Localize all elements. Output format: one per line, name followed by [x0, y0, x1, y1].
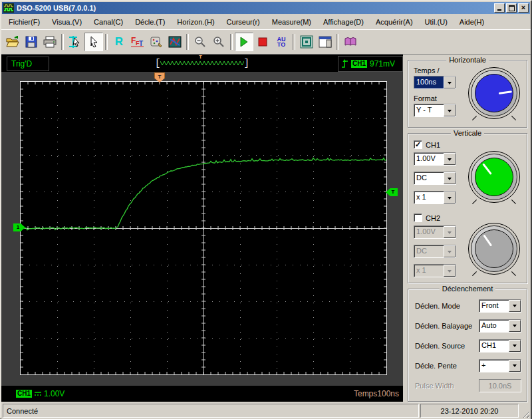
resize-grip-icon: [521, 410, 529, 418]
run-button[interactable]: [235, 33, 253, 51]
open-folder-icon: [6, 36, 19, 48]
ch1-probe-select[interactable]: x 1: [414, 191, 456, 204]
trigger-group: Déclenchement Déclen. Mode Front Déclen.…: [408, 289, 527, 402]
ch2-checkbox[interactable]: [414, 213, 422, 222]
trigger-slope-value: +: [479, 360, 509, 372]
pulse-width-label: Pulse Width: [415, 382, 454, 390]
ch2-position-knob[interactable]: [468, 223, 520, 275]
arrow-tool-button[interactable]: [84, 33, 103, 51]
trigger-source-select[interactable]: CH1: [479, 339, 521, 352]
fullscreen-button[interactable]: [297, 33, 316, 51]
app-logo-icon: [3, 3, 14, 13]
ch1-checkbox[interactable]: ✓: [414, 140, 422, 149]
knob-face: [475, 158, 513, 196]
menu-item-aide[interactable]: Aide(H): [454, 16, 490, 28]
trigger-slope-select[interactable]: +: [479, 359, 521, 372]
ch1-volts-dropdown-button[interactable]: [444, 153, 456, 165]
menu-item-canal[interactable]: Canal(C): [88, 16, 129, 28]
ch1-volts-select[interactable]: 1.00V: [414, 152, 456, 166]
chevron-down-icon: [513, 305, 517, 309]
cursor-measure-button[interactable]: [66, 33, 84, 51]
title-bar: DSO-5200 USB(7.0.0.1) ×: [2, 2, 530, 14]
trigger-source-dropdown-button[interactable]: [509, 340, 521, 352]
knob-pointer: [499, 90, 512, 94]
menu-item-fichier[interactable]: Fichier(F): [3, 16, 46, 28]
resize-grip[interactable]: [520, 404, 529, 418]
maximize-button[interactable]: [506, 3, 517, 13]
format-value: Y - T: [414, 104, 444, 116]
ch2-checkbox-row: CH2: [414, 213, 527, 222]
ch2-volts-value: 1.00V: [414, 226, 444, 238]
pulse-width-field: 10.0nS: [479, 379, 521, 392]
waveform-icon: [168, 35, 182, 49]
format-dropdown-button[interactable]: [444, 104, 456, 116]
stop-button[interactable]: [253, 33, 272, 51]
menu-item-curseur[interactable]: Curseur(r): [221, 16, 266, 28]
open-file-button[interactable]: [3, 33, 22, 51]
menu-item-measure[interactable]: Measure(M): [266, 16, 317, 28]
trigger-sweep-dropdown-button[interactable]: [509, 320, 521, 332]
trigger-slope-dropdown-button[interactable]: [509, 360, 521, 372]
help-book-icon: [344, 36, 357, 48]
print-button[interactable]: [41, 33, 59, 51]
save-button[interactable]: [22, 33, 41, 51]
trigger-level-marker[interactable]: T: [386, 188, 398, 196]
horizontal-position-knob[interactable]: [468, 67, 520, 119]
zoom-out-button[interactable]: [191, 33, 209, 51]
waveform-display-button[interactable]: [166, 33, 184, 51]
help-button[interactable]: [341, 33, 360, 51]
chevron-down-icon: [448, 231, 452, 236]
chevron-down-icon: [448, 82, 452, 86]
ch2-volts-select: 1.00V: [414, 225, 456, 239]
channel1-volts-div: 1.00V: [44, 389, 65, 398]
horizontal-group-title: Horizontale: [446, 56, 489, 64]
ch1-coupling-select[interactable]: DC: [414, 172, 456, 185]
auto-set-button[interactable]: AUTO: [272, 33, 291, 51]
fft-button[interactable]: FFT: [128, 33, 147, 51]
ch1-probe-dropdown-button[interactable]: [444, 192, 456, 204]
trigger-channel-badge: CH1: [351, 60, 367, 68]
close-icon: ×: [521, 5, 525, 11]
time-div-select[interactable]: 100ns: [414, 76, 456, 89]
trigger-sweep-select[interactable]: Auto: [479, 319, 521, 333]
menu-item-dcle[interactable]: Décle.(T): [129, 16, 171, 28]
maximize-icon: [509, 5, 515, 11]
trigger-mode-select[interactable]: Front: [479, 299, 521, 313]
ch1-position-knob[interactable]: [468, 151, 520, 203]
dc-coupling-icon: [34, 390, 42, 397]
menu-item-acqurir[interactable]: Acquérir(A): [370, 16, 419, 28]
status-bar: Connecté 23-12-2010 20:20: [1, 402, 531, 419]
menu-item-horizon[interactable]: Horizon.(H): [171, 16, 220, 28]
ch2-probe-dropdown-button: [444, 265, 456, 277]
trigger-mode-dropdown-button[interactable]: [509, 300, 521, 312]
refresh-button[interactable]: R: [110, 33, 128, 51]
scope-panel: T 1 T: [1, 72, 403, 386]
ch1-probe-value: x 1: [414, 192, 444, 204]
ch2-label: CH2: [426, 214, 440, 222]
random-acquire-button[interactable]: [147, 33, 166, 51]
knob-notch: [511, 200, 516, 204]
chevron-down-icon: [448, 178, 452, 182]
zoom-in-button[interactable]: [209, 33, 228, 51]
channel1-badge: CH1: [16, 390, 32, 398]
printer-icon: [43, 36, 57, 48]
close-button[interactable]: ×: [518, 3, 529, 13]
chevron-down-icon: [448, 251, 452, 255]
time-div-dropdown-button[interactable]: [444, 76, 456, 88]
trigger-status-strip: Trig'D [ ] T CH1 971mV: [1, 55, 403, 72]
chevron-down-icon: [448, 158, 452, 163]
scope-graticule-and-trace: [21, 82, 386, 374]
menu-item-visua[interactable]: Visua.(V): [46, 16, 88, 28]
format-select[interactable]: Y - T: [414, 104, 456, 117]
menu-item-affichage[interactable]: Affichage(D): [317, 16, 370, 28]
panel-layout-button[interactable]: [316, 33, 334, 51]
preview-left-bracket: [: [155, 58, 160, 69]
preview-trigger-marker: T: [199, 54, 202, 60]
acquisition-preview[interactable]: [ ] T: [155, 56, 249, 70]
ch2-volts-dropdown-button: [444, 226, 456, 238]
menu-item-util[interactable]: Util.(U): [419, 16, 454, 28]
minimize-button[interactable]: [494, 3, 505, 13]
ch1-coupling-dropdown-button[interactable]: [444, 172, 456, 184]
window-layout-icon: [319, 36, 332, 48]
trigger-state-readout: Trig'D: [7, 57, 49, 71]
